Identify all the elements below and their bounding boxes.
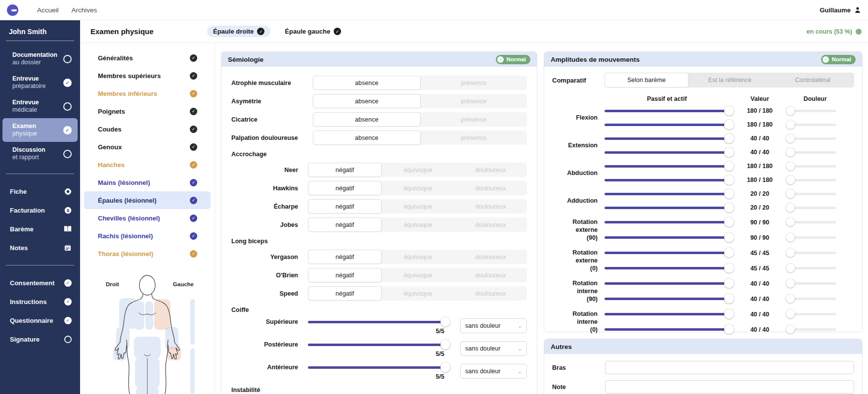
slider-thumb[interactable] (440, 317, 450, 327)
slider-thumb[interactable] (786, 189, 795, 198)
section-item--paules-l-sionnel-[interactable]: Épaules (lésionnel)✓ (84, 191, 211, 209)
section-item-mains-l-sionnel-[interactable]: Mains (lésionnel)✓ (84, 174, 211, 191)
section-item-coudes[interactable]: Coudes✓ (84, 120, 211, 138)
option-n-gatif[interactable]: négatif (308, 163, 382, 177)
user-menu[interactable]: Guillaume (820, 6, 861, 14)
tab--paule-droite[interactable]: Épaule droite✓ (207, 26, 270, 37)
section-item-membres-sup-rieurs[interactable]: Membres supérieurs✓ (84, 67, 211, 85)
option--quivoque[interactable]: équivoque (382, 163, 454, 177)
sidebar-item-facturation[interactable]: Facturation$ (0, 201, 80, 219)
slider-thumb[interactable] (786, 120, 795, 129)
passive-range-slider[interactable] (605, 137, 729, 140)
section-item-chevilles-l-sionnel-[interactable]: Chevilles (lésionnel)✓ (84, 209, 211, 227)
passive-range-slider[interactable] (605, 165, 729, 168)
slider-thumb[interactable] (724, 175, 734, 185)
option-douloureux[interactable]: douloureux (454, 218, 527, 232)
passive-range-slider[interactable] (605, 193, 729, 195)
option--quivoque[interactable]: équivoque (382, 268, 454, 282)
slider-thumb[interactable] (724, 203, 734, 213)
slider-thumb[interactable] (724, 324, 734, 334)
pain-slider[interactable] (790, 165, 836, 168)
option-pr-sence[interactable]: présence (421, 112, 527, 127)
pain-slider[interactable] (790, 298, 836, 300)
option--quivoque[interactable]: équivoque (382, 181, 454, 195)
option-n-gatif[interactable]: négatif (308, 199, 382, 214)
active-range-slider[interactable] (605, 207, 729, 209)
note-input[interactable] (605, 380, 854, 394)
pain-slider[interactable] (790, 137, 836, 140)
sidebar-item-signature[interactable]: Signature (0, 330, 80, 349)
slider-thumb[interactable] (724, 106, 734, 116)
active-range-slider[interactable] (605, 236, 729, 239)
section-item-poignets[interactable]: Poignets✓ (84, 102, 211, 120)
option-pr-sence[interactable]: présence (421, 131, 527, 145)
passive-range-slider[interactable] (605, 282, 729, 285)
pain-slider[interactable] (790, 328, 836, 331)
option-absence[interactable]: absence (313, 112, 421, 127)
pain-slider[interactable] (790, 124, 836, 126)
section-item-rachis-l-sionnel-[interactable]: Rachis (lésionnel)✓ (84, 227, 211, 245)
sidebar-item-notes[interactable]: Notes (0, 238, 80, 257)
bras-input[interactable] (605, 361, 854, 374)
comparatif-option-controlat-ral[interactable]: Controlatéral (771, 73, 854, 88)
pain-dropdown[interactable]: sans douleur⌄ (460, 318, 527, 333)
pain-dropdown[interactable]: sans douleur⌄ (460, 364, 527, 379)
option--quivoque[interactable]: équivoque (382, 286, 454, 301)
sidebar-item-barème[interactable]: Barème (0, 219, 80, 238)
slider-thumb[interactable] (786, 279, 795, 288)
slider-thumb[interactable] (786, 263, 795, 272)
passive-range-slider[interactable] (605, 252, 729, 254)
option-n-gatif[interactable]: négatif (308, 181, 382, 195)
nav-link-archives[interactable]: Archives (72, 6, 97, 14)
sidebar-step-entrevue[interactable]: Entrevuepréparatoire✓ (2, 71, 78, 94)
option-douloureux[interactable]: douloureux (454, 199, 527, 214)
slider-thumb[interactable] (724, 294, 734, 304)
option-n-gatif[interactable]: négatif (308, 286, 382, 301)
slider-thumb[interactable] (724, 217, 734, 227)
slider-thumb[interactable] (786, 148, 795, 157)
pain-slider[interactable] (790, 221, 836, 223)
option-absence[interactable]: absence (313, 131, 421, 145)
slider-thumb[interactable] (724, 147, 734, 157)
pain-slider[interactable] (790, 267, 836, 269)
option-n-gatif[interactable]: négatif (308, 268, 382, 282)
sidebar-step-discussion[interactable]: Discussionet rapport (2, 142, 78, 166)
sidebar-item-consentement[interactable]: Consentement✓ (0, 273, 80, 292)
strength-slider[interactable]: 5/5 (308, 318, 445, 335)
option-n-gatif[interactable]: négatif (308, 250, 382, 264)
slider-thumb[interactable] (786, 309, 795, 318)
option--quivoque[interactable]: équivoque (382, 199, 454, 214)
slider-thumb[interactable] (786, 218, 795, 226)
pain-slider[interactable] (790, 313, 836, 315)
sidebar-item-instructions[interactable]: Instructions✓ (0, 292, 80, 311)
option-pr-sence[interactable]: présence (421, 94, 527, 108)
active-range-slider[interactable] (605, 298, 729, 300)
active-range-slider[interactable] (605, 124, 729, 126)
slider-thumb[interactable] (786, 248, 795, 257)
active-range-slider[interactable] (605, 151, 729, 154)
pain-slider[interactable] (790, 252, 836, 254)
option-douloureux[interactable]: douloureux (454, 286, 527, 301)
pain-slider[interactable] (790, 179, 836, 181)
comparatif-option-est-la-r-f-rence[interactable]: Est la référence (689, 73, 772, 88)
strength-slider[interactable]: 5/5 (308, 341, 445, 357)
section-item-membres-inf-rieurs[interactable]: Membres inférieurs✓ (84, 85, 211, 102)
option-douloureux[interactable]: douloureux (454, 268, 527, 282)
option-n-gatif[interactable]: négatif (308, 218, 382, 232)
pain-slider[interactable] (790, 151, 836, 154)
slider-thumb[interactable] (786, 294, 795, 303)
passive-range-slider[interactable] (605, 110, 729, 112)
section-item-g-n-ralit-s[interactable]: Généralités✓ (84, 49, 211, 67)
section-item-hanches[interactable]: Hanches✓ (84, 156, 211, 174)
slider-thumb[interactable] (786, 325, 795, 334)
sidebar-step-examen[interactable]: Examenphysique✓ (2, 118, 78, 142)
option-absence[interactable]: absence (313, 94, 421, 108)
option-absence[interactable]: absence (313, 76, 421, 90)
strength-slider[interactable]: 5/5 (308, 364, 445, 380)
slider-thumb[interactable] (786, 175, 795, 184)
body-figure[interactable] (91, 274, 203, 394)
pain-slider[interactable] (790, 110, 836, 112)
slider-thumb[interactable] (440, 340, 450, 350)
nav-link-accueil[interactable]: Accueil (37, 6, 59, 14)
pain-slider[interactable] (790, 207, 836, 209)
